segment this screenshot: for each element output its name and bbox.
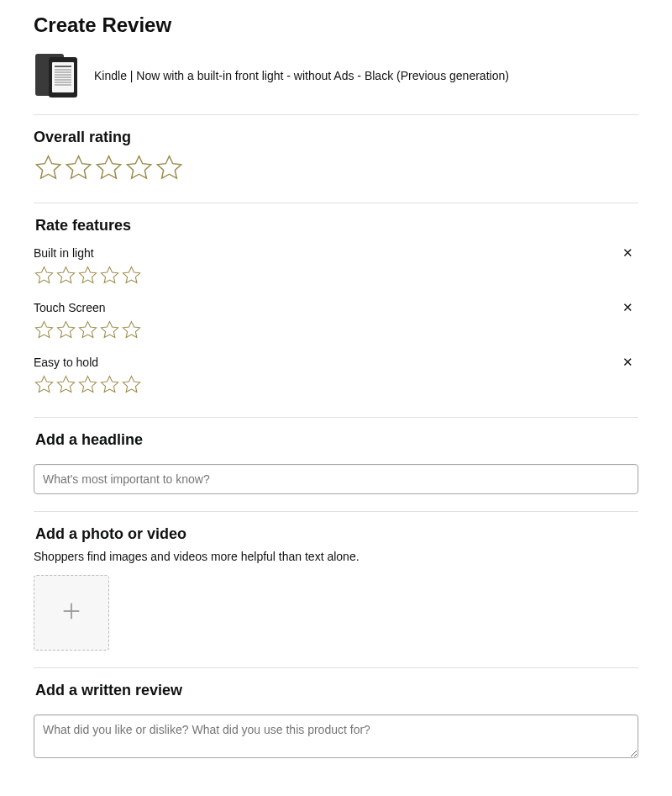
feature-rating-stars[interactable] <box>34 265 638 289</box>
written-review-section: Add a written review <box>34 668 638 762</box>
star-icon[interactable] <box>77 319 98 344</box>
media-label: Add a photo or video <box>34 525 638 543</box>
media-section: Add a photo or video Shoppers find image… <box>34 512 638 667</box>
star-icon[interactable] <box>77 374 98 398</box>
written-review-textarea[interactable] <box>34 714 638 758</box>
media-helper-text: Shoppers find images and videos more hel… <box>34 550 638 563</box>
headline-label: Add a headline <box>34 431 638 449</box>
star-icon[interactable] <box>99 265 120 289</box>
star-icon[interactable] <box>77 265 98 289</box>
star-icon[interactable] <box>55 265 76 289</box>
star-icon[interactable] <box>121 374 142 398</box>
overall-rating-section: Overall rating <box>34 115 638 203</box>
close-icon[interactable]: ✕ <box>622 356 633 368</box>
star-icon[interactable] <box>64 153 93 186</box>
feature-row: Built in light ✕ <box>34 246 638 289</box>
feature-row: Touch Screen ✕ <box>34 301 638 344</box>
product-image <box>34 52 81 99</box>
overall-rating-stars[interactable] <box>34 153 638 186</box>
written-review-label: Add a written review <box>34 682 638 699</box>
star-icon[interactable] <box>55 319 76 344</box>
feature-label: Touch Screen <box>34 301 638 314</box>
overall-rating-label: Overall rating <box>34 129 638 146</box>
star-icon[interactable] <box>99 374 120 398</box>
headline-section: Add a headline <box>34 418 638 511</box>
star-icon[interactable] <box>121 319 142 344</box>
product-name: Kindle | Now with a built-in front light… <box>94 69 509 82</box>
close-icon[interactable]: ✕ <box>622 246 633 259</box>
page-title: Create Review <box>34 13 638 37</box>
headline-input[interactable] <box>34 464 638 494</box>
feature-rating-stars[interactable] <box>34 319 638 344</box>
feature-label: Easy to hold <box>34 356 638 369</box>
upload-media-button[interactable] <box>34 575 109 651</box>
star-icon[interactable] <box>99 319 120 344</box>
product-row: Kindle | Now with a built-in front light… <box>34 52 638 114</box>
star-icon[interactable] <box>34 319 55 344</box>
feature-label: Built in light <box>34 246 638 260</box>
star-icon[interactable] <box>121 265 142 289</box>
star-icon[interactable] <box>94 153 123 186</box>
star-icon[interactable] <box>34 374 55 398</box>
plus-icon <box>60 599 83 626</box>
star-icon[interactable] <box>155 153 184 186</box>
rate-features-section: Rate features Built in light ✕ Touch Scr… <box>34 203 638 417</box>
star-icon[interactable] <box>124 153 154 186</box>
close-icon[interactable]: ✕ <box>622 301 633 314</box>
star-icon[interactable] <box>55 374 76 398</box>
rate-features-label: Rate features <box>34 217 638 235</box>
star-icon[interactable] <box>34 265 55 289</box>
feature-row: Easy to hold ✕ <box>34 356 638 398</box>
star-icon[interactable] <box>34 153 63 186</box>
feature-rating-stars[interactable] <box>34 374 638 398</box>
